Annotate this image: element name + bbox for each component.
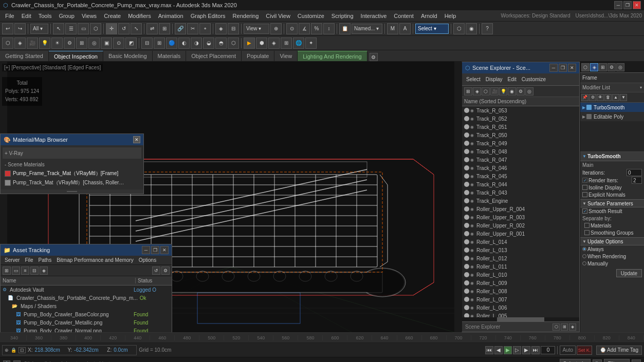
ts-render-iters-input[interactable] [632,177,642,184]
go-to-end[interactable]: ⏭ [531,346,540,354]
extra1[interactable]: ⬡ [453,23,465,34]
se-item-roller-upper-r-002[interactable]: ◉ Roller_Upper_R_002 [462,221,579,230]
status-settings[interactable]: ⚙ [632,359,641,363]
tb2-btn8[interactable]: ◎ [88,37,100,49]
at-menu-options[interactable]: Options [137,257,158,263]
select-by-name[interactable]: ☰ [65,23,77,34]
menu-arnold[interactable]: Arnold [418,12,440,20]
se-hscroll-thumb[interactable] [497,317,544,321]
minimize-button[interactable]: ─ [614,1,622,9]
play-button[interactable]: ▶ [504,346,512,354]
se-tb3[interactable]: ⬡ [482,87,490,96]
tab-getting-started[interactable]: Getting Started [0,51,49,61]
at-refresh[interactable]: ↺ [152,266,160,275]
se-item-track-r-048[interactable]: ◉ Track_R_048 [462,147,579,156]
at-row-file[interactable]: 📄 Crawler_Chassis_for_Portable_Concrete_… [1,294,172,302]
tab-object-inspection[interactable]: Object Inspection [49,51,103,61]
se-item-track-r-052[interactable]: ◉ Track_R_052 [462,115,579,123]
reference-coord[interactable]: View ▾ [244,24,269,34]
se-item-roller-upper-r-003[interactable]: ◉ Roller_Upper_R_003 [462,213,579,221]
se-footer-btn1[interactable]: ⬡ [553,323,560,331]
eye-icon[interactable] [464,149,469,154]
at-menu-file[interactable]: File [23,257,35,263]
eye-icon[interactable] [464,215,469,220]
eye-icon[interactable] [464,132,469,138]
eye-icon[interactable] [464,280,469,285]
se-tb8[interactable]: ◎ [525,87,533,96]
snap-toggle[interactable]: ⊙ [286,23,298,34]
ts-always-radio[interactable] [582,247,586,251]
at-btn2[interactable]: ▭ [12,266,20,275]
help-btn[interactable]: ? [482,23,493,34]
tb2-btn10[interactable]: ⊙ [113,37,124,49]
tab-object-placement[interactable]: Object Placement [186,51,242,61]
eye-icon[interactable] [464,223,469,228]
tb2-btn17[interactable]: ◒ [203,37,214,49]
eye-icon[interactable] [464,272,469,277]
tb2-btn5[interactable]: ☀ [51,37,63,49]
at-menu-server[interactable]: Server [3,257,22,263]
se-item-track-r-044[interactable]: ◉ Track_R_044 [462,180,579,188]
se-item-track-r-049[interactable]: ◉ Track_R_049 [462,139,579,147]
eye-icon[interactable] [464,289,469,294]
se-item-track-r-053[interactable]: ◉ Track_R_053 [462,106,579,115]
ts-render-checkbox[interactable]: ✓ [582,178,587,183]
menu-scripting[interactable]: Scripting [328,12,357,20]
eye-icon[interactable] [464,264,469,269]
ts-smoothing-checkbox[interactable] [584,230,590,235]
eye-icon[interactable] [464,165,469,170]
mod-pin[interactable]: 📌 [581,94,588,101]
eye-icon[interactable] [464,206,469,212]
at-btn3[interactable]: ≡ [21,266,29,275]
menu-graph-editors[interactable]: Graph Editors [188,12,229,20]
eye-icon[interactable] [464,190,469,195]
se-list[interactable]: ◉ Track_R_053 ◉ Track_R_052 ◉ Track_R_05… [462,106,579,317]
filters-button[interactable]: Filters... [604,359,630,363]
tb2-btn1[interactable]: ⬡ [2,37,13,49]
tb2-slate[interactable]: ⊞ [281,37,292,49]
ts-explicit-checkbox[interactable] [582,192,587,197]
ts-section-header[interactable]: ▼ TurboSmooth [580,152,644,161]
array-btn[interactable]: A [399,23,411,34]
mod-move-up[interactable]: ▲ [612,94,619,101]
menu-civil-view[interactable]: Civil View [263,12,293,20]
status-btn1[interactable]: 🔒 [3,360,10,363]
rotate-tool[interactable]: ↺ [118,23,130,34]
mod-show[interactable]: 👁 [597,94,604,101]
tb2-btn4[interactable]: 💡 [39,37,50,49]
eye-icon[interactable] [464,239,469,244]
at-row-img1[interactable]: 🖼 Pump_Body_Crawler_BaseColor.png Found [1,310,172,318]
se-item-track-r-043[interactable]: ◉ Track_R_043 [462,188,579,197]
edit-named-select[interactable]: 📋 [339,23,351,34]
se-item-track-r-045[interactable]: ◉ Track_R_045 [462,172,579,180]
move-tool[interactable]: ✛ [106,23,117,34]
add-time-tag-button[interactable]: ⌚ Add Time Tag [596,346,642,355]
coord-center[interactable]: ⊕ [270,23,282,34]
tab-materials[interactable]: Materials [153,51,187,61]
eye-icon[interactable] [464,313,469,317]
rect-select[interactable]: ▭ [78,23,89,34]
mod-move-down[interactable]: ▼ [620,94,627,101]
tb2-render[interactable]: ▶ [244,37,255,49]
eye-icon[interactable] [464,247,469,253]
se-item-roller-l-005[interactable]: ◉ Roller_L_005 [462,312,579,317]
modifier-list-dropdown[interactable]: Modifier List ▾ [580,83,644,92]
tb2-btn7[interactable]: ⊞ [76,37,87,49]
menu-content[interactable]: Content [391,12,417,20]
se-tb2[interactable]: ◈ [473,87,481,96]
se-item-roller-l-010[interactable]: ◉ Roller_L_010 [462,271,579,279]
ts-surface-header[interactable]: ▼ Surface Parameters [580,199,644,207]
at-menu-bitmap[interactable]: Bitmap Performance and Memory [54,257,136,263]
se-customize[interactable]: Customize [520,76,548,83]
menu-help[interactable]: Help [441,12,459,20]
menu-file[interactable]: File [2,12,17,20]
tb2-btn11[interactable]: ◩ [125,37,137,49]
at-restore[interactable]: ❐ [151,246,159,254]
ts-rendering-radio[interactable] [582,254,586,258]
se-tb5[interactable]: 💡 [499,87,507,96]
tb2-btn9[interactable]: ▣ [101,37,112,49]
menu-create[interactable]: Create [101,12,124,20]
mat-browser-resize[interactable] [1,189,143,194]
at-btn4[interactable]: ⊟ [30,266,39,275]
set-key[interactable]: Set K. [577,346,592,355]
